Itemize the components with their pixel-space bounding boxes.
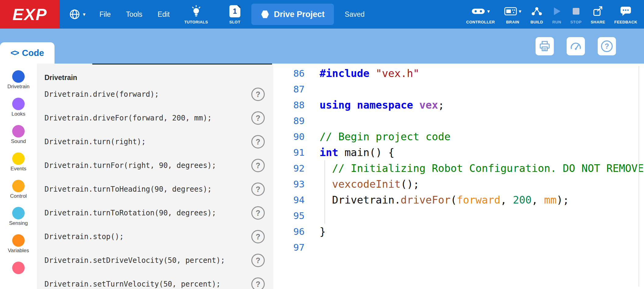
code-line-content: } xyxy=(320,225,326,238)
menu-item[interactable]: File xyxy=(100,10,111,19)
command-help-button[interactable]: ? xyxy=(251,135,265,148)
sidebar-category[interactable]: Events xyxy=(0,152,37,180)
code-brackets-icon: <> xyxy=(10,48,18,58)
code-line[interactable]: 92 // Initializing Robot Configuration. … xyxy=(273,160,644,176)
command-text[interactable]: Drivetrain.stop(); xyxy=(44,232,251,241)
category-color-icon[interactable] xyxy=(12,125,25,138)
sidebar-category[interactable] xyxy=(0,262,37,289)
sidebar-category[interactable]: Looks xyxy=(0,98,37,125)
palette-drag-handle[interactable] xyxy=(92,64,272,64)
build-button[interactable]: BUILD xyxy=(530,4,543,24)
tab-code[interactable]: <> Code xyxy=(0,42,55,64)
category-color-icon[interactable] xyxy=(12,234,25,247)
command-text[interactable]: Drivetrain.driveFor(forward, 200, mm); xyxy=(44,114,251,122)
code-line[interactable]: 94 Drivetrain.driveFor(forward, 200, mm)… xyxy=(273,192,644,208)
category-color-icon[interactable] xyxy=(12,207,25,219)
command-help-button[interactable]: ? xyxy=(251,230,265,243)
command-item[interactable]: Drivetrain.drive(forward); ? xyxy=(37,82,273,106)
code-line[interactable]: 93 vexcodeInit(); xyxy=(273,176,644,192)
line-number: 96 xyxy=(273,226,305,237)
code-line[interactable]: 97 xyxy=(273,239,644,255)
run-button[interactable]: RUN xyxy=(552,4,561,24)
hexagon-icon xyxy=(260,10,270,19)
command-text[interactable]: Drivetrain.turnToHeading(90, degrees); xyxy=(44,185,251,193)
main-area: Drivetrain Looks Sound Events xyxy=(0,64,644,289)
sidebar-category[interactable]: Sensing xyxy=(0,207,37,234)
command-text[interactable]: Drivetrain.turn(right); xyxy=(44,138,251,146)
command-item[interactable]: Drivetrain.setDriveVelocity(50, percent)… xyxy=(37,249,273,272)
command-text[interactable]: Drivetrain.setTurnVelocity(50, percent); xyxy=(44,280,251,288)
dashboard-button[interactable] xyxy=(567,37,585,55)
logo-text: EXP xyxy=(12,5,47,24)
command-text[interactable]: Drivetrain.setDriveVelocity(50, percent)… xyxy=(44,256,251,265)
help-button[interactable]: ? xyxy=(598,37,616,55)
toolbar-buttons: ? xyxy=(536,37,616,55)
gauge-icon xyxy=(570,40,582,52)
command-help-button[interactable]: ? xyxy=(251,111,265,125)
stop-icon xyxy=(572,7,580,15)
code-line-content: Drivetrain.driveFor(forward, 200, mm); xyxy=(320,194,569,206)
sidebar-category[interactable]: Sound xyxy=(0,125,37,152)
command-help-button[interactable]: ? xyxy=(251,254,265,267)
code-line[interactable]: 95 xyxy=(273,208,644,224)
command-help-button[interactable]: ? xyxy=(251,183,265,196)
print-button[interactable] xyxy=(536,37,554,55)
command-item[interactable]: Drivetrain.driveFor(forward, 200, mm); ? xyxy=(37,106,273,130)
category-color-icon[interactable] xyxy=(12,98,25,110)
menu-item[interactable]: Tools xyxy=(126,10,143,19)
code-line[interactable]: 96 } xyxy=(273,224,644,239)
code-line-content: // Initializing Robot Configuration. DO … xyxy=(320,162,644,174)
line-number: 95 xyxy=(273,210,305,221)
editor-scrollbar[interactable] xyxy=(639,66,639,287)
stop-button[interactable]: STOP xyxy=(570,4,582,24)
command-text[interactable]: Drivetrain.turnFor(right, 90, degrees); xyxy=(44,161,251,170)
sidebar-category[interactable]: Control xyxy=(0,180,37,207)
code-line[interactable]: 86 #include "vex.h" xyxy=(273,65,644,81)
code-line-content: using namespace vex; xyxy=(320,99,444,111)
category-color-icon[interactable] xyxy=(12,70,25,83)
code-line[interactable]: 88 using namespace vex; xyxy=(273,97,644,113)
language-menu[interactable]: ▾ xyxy=(69,9,86,20)
command-text[interactable]: Drivetrain.turnToRotation(90, degrees); xyxy=(44,209,251,217)
code-line[interactable]: 90 // Begin project code xyxy=(273,129,644,144)
code-line-content: // Begin project code xyxy=(320,131,451,143)
command-item[interactable]: Drivetrain.stop(); ? xyxy=(37,225,273,249)
line-number: 92 xyxy=(273,163,305,174)
command-item[interactable]: Drivetrain.setTurnVelocity(50, percent);… xyxy=(37,272,273,289)
category-color-icon[interactable] xyxy=(12,180,25,192)
tutorials-label: TUTORIALS xyxy=(184,20,208,24)
category-color-icon[interactable] xyxy=(12,262,25,274)
controller-button[interactable]: ▾ CONTROLLER xyxy=(466,4,495,24)
command-item[interactable]: Drivetrain.turnToHeading(90, degrees); ? xyxy=(37,177,273,201)
feedback-button[interactable]: FEEDBACK xyxy=(614,4,637,24)
chevron-down-icon: ▾ xyxy=(487,9,490,14)
project-name-button[interactable]: Drive Project xyxy=(251,4,334,25)
command-item[interactable]: Drivetrain.turnFor(right, 90, degrees); … xyxy=(37,154,273,177)
brain-button[interactable]: ▾ BRAIN xyxy=(504,4,522,24)
code-line[interactable]: 87 xyxy=(273,81,644,97)
category-label: Variables xyxy=(8,248,29,254)
vex-exp-logo[interactable]: EXP xyxy=(0,0,60,29)
code-line-content: vexcodeInit(); xyxy=(320,178,419,190)
command-item[interactable]: Drivetrain.turnToRotation(90, degrees); … xyxy=(37,201,273,225)
share-icon xyxy=(593,6,603,16)
command-help-button[interactable]: ? xyxy=(251,88,265,101)
vexcode-app: EXP ▾ File Tools Edit xyxy=(0,0,644,289)
sidebar-category[interactable]: Drivetrain xyxy=(0,70,37,98)
command-text[interactable]: Drivetrain.drive(forward); xyxy=(44,90,251,99)
code-line[interactable]: 91 int main() { xyxy=(273,144,644,160)
code-line[interactable]: 89 xyxy=(273,113,644,129)
slot-button[interactable]: 1 SLOT xyxy=(229,4,240,24)
command-item[interactable]: Drivetrain.turn(right); ? xyxy=(37,130,273,154)
code-editor[interactable]: 86 #include "vex.h" 87 88 using namespac… xyxy=(273,64,644,289)
command-help-button[interactable]: ? xyxy=(251,206,265,220)
tutorials-button[interactable]: TUTORIALS xyxy=(184,4,208,24)
share-button[interactable]: SHARE xyxy=(591,4,605,24)
command-help-button[interactable]: ? xyxy=(251,159,265,172)
sidebar-category[interactable]: Variables xyxy=(0,234,37,262)
command-help-button[interactable]: ? xyxy=(251,277,265,289)
category-color-icon[interactable] xyxy=(12,152,25,165)
build-icon xyxy=(531,6,543,16)
code-line-content: #include "vex.h" xyxy=(320,67,419,79)
menu-item[interactable]: Edit xyxy=(157,10,170,19)
